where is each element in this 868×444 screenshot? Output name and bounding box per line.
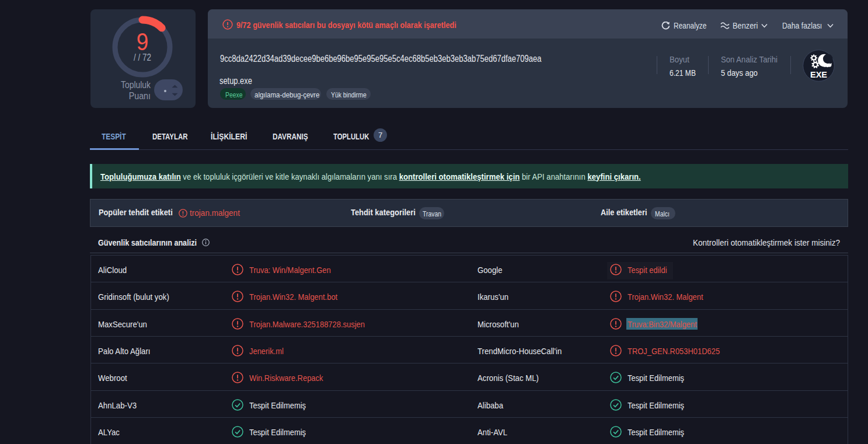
svg-text:EXE: EXE (810, 70, 827, 79)
